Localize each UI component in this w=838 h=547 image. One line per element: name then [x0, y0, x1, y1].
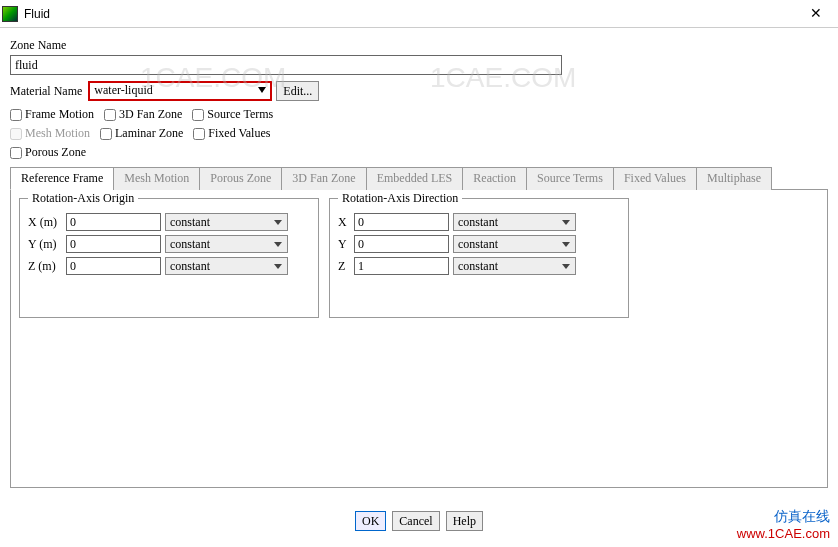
origin-z-input[interactable] — [66, 257, 161, 275]
dir-x-mode[interactable]: constant — [453, 213, 576, 231]
title-bar: Fluid ✕ — [0, 0, 838, 28]
material-dropdown[interactable]: water-liquid — [88, 81, 272, 101]
dir-y-label: Y — [338, 237, 350, 252]
tab-3d-fan-zone[interactable]: 3D Fan Zone — [281, 167, 366, 190]
tab-mesh-motion[interactable]: Mesh Motion — [113, 167, 200, 190]
fan-zone-checkbox[interactable]: 3D Fan Zone — [104, 107, 182, 122]
direction-title: Rotation-Axis Direction — [338, 191, 462, 206]
porous-zone-checkbox[interactable]: Porous Zone — [10, 145, 86, 160]
chevron-down-icon — [274, 220, 282, 225]
app-icon — [2, 6, 18, 22]
dir-x-label: X — [338, 215, 350, 230]
rotation-direction-group: Rotation-Axis Direction Xconstant Yconst… — [329, 198, 629, 318]
rotation-origin-group: Rotation-Axis Origin X (m)constant Y (m)… — [19, 198, 319, 318]
tab-reaction[interactable]: Reaction — [462, 167, 527, 190]
dir-z-label: Z — [338, 259, 350, 274]
material-value: water-liquid — [90, 83, 270, 99]
tab-panel: Rotation-Axis Origin X (m)constant Y (m)… — [10, 190, 828, 488]
frame-motion-checkbox[interactable]: Frame Motion — [10, 107, 94, 122]
zone-name-input[interactable] — [10, 55, 562, 75]
origin-x-mode[interactable]: constant — [165, 213, 288, 231]
dir-y-input[interactable] — [354, 235, 449, 253]
edit-button[interactable]: Edit... — [276, 81, 319, 101]
chevron-down-icon — [258, 87, 266, 93]
laminar-zone-checkbox[interactable]: Laminar Zone — [100, 126, 183, 141]
material-label: Material Name — [10, 84, 82, 99]
ok-button[interactable]: OK — [355, 511, 386, 531]
tab-source-terms[interactable]: Source Terms — [526, 167, 614, 190]
source-terms-checkbox[interactable]: Source Terms — [192, 107, 273, 122]
window-title: Fluid — [24, 7, 796, 21]
watermark-line2: www.1CAE.com — [737, 526, 830, 541]
watermark: 仿真在线 www.1CAE.com — [737, 508, 830, 541]
chevron-down-icon — [274, 264, 282, 269]
chevron-down-icon — [274, 242, 282, 247]
dir-z-input[interactable] — [354, 257, 449, 275]
mesh-motion-checkbox: Mesh Motion — [10, 126, 90, 141]
dir-y-mode[interactable]: constant — [453, 235, 576, 253]
chevron-down-icon — [562, 220, 570, 225]
dialog-footer: OK Cancel Help — [0, 511, 838, 531]
zone-name-label: Zone Name — [10, 38, 828, 53]
cancel-button[interactable]: Cancel — [392, 511, 439, 531]
origin-x-input[interactable] — [66, 213, 161, 231]
origin-y-label: Y (m) — [28, 237, 62, 252]
dir-x-input[interactable] — [354, 213, 449, 231]
origin-y-mode[interactable]: constant — [165, 235, 288, 253]
tab-multiphase[interactable]: Multiphase — [696, 167, 772, 190]
tab-reference-frame[interactable]: Reference Frame — [10, 167, 114, 190]
tab-embedded-les[interactable]: Embedded LES — [366, 167, 464, 190]
tab-porous-zone[interactable]: Porous Zone — [199, 167, 282, 190]
fixed-values-checkbox[interactable]: Fixed Values — [193, 126, 270, 141]
tab-fixed-values[interactable]: Fixed Values — [613, 167, 697, 190]
close-icon[interactable]: ✕ — [796, 5, 836, 22]
dir-z-mode[interactable]: constant — [453, 257, 576, 275]
origin-z-mode[interactable]: constant — [165, 257, 288, 275]
tab-strip: Reference Frame Mesh Motion Porous Zone … — [10, 166, 828, 190]
chevron-down-icon — [562, 264, 570, 269]
watermark-line1: 仿真在线 — [737, 508, 830, 526]
origin-x-label: X (m) — [28, 215, 62, 230]
help-button[interactable]: Help — [446, 511, 483, 531]
origin-z-label: Z (m) — [28, 259, 62, 274]
origin-title: Rotation-Axis Origin — [28, 191, 138, 206]
chevron-down-icon — [562, 242, 570, 247]
origin-y-input[interactable] — [66, 235, 161, 253]
